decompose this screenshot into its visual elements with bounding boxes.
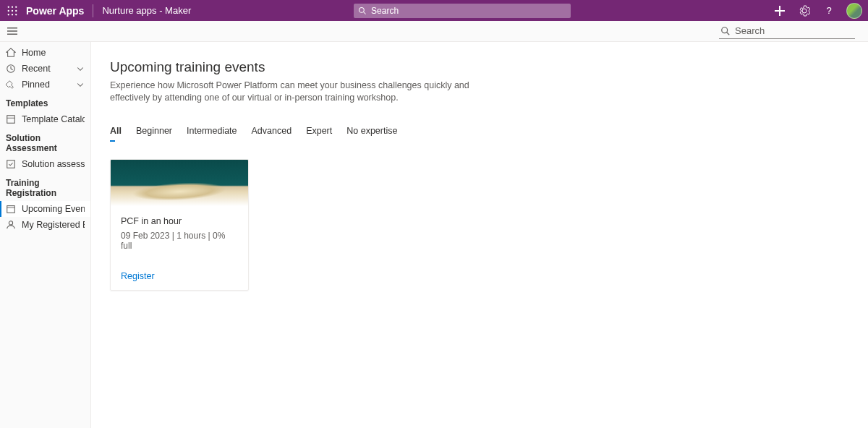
sidebar-item-home[interactable]: Home [0,45,90,61]
svg-rect-16 [7,34,17,35]
sidebar-item-label: Home [22,48,85,58]
sidebar-item-label: Pinned [22,80,76,90]
tab-no-expertise[interactable]: No expertise [346,126,397,140]
svg-point-8 [15,14,17,15]
sidebar-item-label: Upcoming Events [22,204,85,214]
event-card-meta: 09 Feb 2023 | 1 hours | 0% full [121,231,238,251]
svg-rect-14 [7,27,17,29]
sidebar-item-label: Solution assessment [22,159,85,169]
page-title: Upcoming training events [110,59,849,75]
svg-point-1 [12,6,13,7]
calendar-icon [6,204,16,214]
tab-intermediate[interactable]: Intermediate [187,126,237,140]
svg-text:?: ? [826,5,831,16]
pin-icon [6,80,16,90]
person-icon [6,220,16,230]
search-icon [720,26,731,36]
page-description: Experience how Microsoft Power Platform … [110,80,486,104]
settings-button[interactable] [793,0,816,21]
sub-header: Search [0,21,868,42]
svg-point-7 [12,14,13,15]
sidebar-item-my-registered[interactable]: My Registered Events [0,217,90,233]
waffle-icon[interactable] [0,0,25,21]
home-icon [6,48,16,58]
gear-icon [799,5,810,17]
add-button[interactable] [768,0,791,21]
sidebar-item-label: Recent [22,64,76,74]
svg-rect-20 [7,116,15,124]
sidebar-item-label: Template Catalog [22,114,85,124]
avatar[interactable] [846,3,862,19]
tab-advanced[interactable]: Advanced [252,126,292,140]
content-search-input[interactable]: Search [719,23,855,39]
tab-all[interactable]: All [110,126,122,140]
svg-point-17 [722,27,728,33]
sidebar-item-solution-assessment[interactable]: Solution assessment [0,156,90,172]
brand-label[interactable]: Power Apps [25,5,93,17]
event-card[interactable]: PCF in an hour 09 Feb 2023 | 1 hours | 0… [110,159,249,291]
content-search-placeholder: Search [735,25,765,36]
register-link[interactable]: Register [121,271,155,281]
svg-point-6 [8,14,9,15]
svg-point-2 [15,6,17,7]
svg-point-3 [8,9,9,11]
top-search-input[interactable]: Search [354,4,571,18]
sidebar-item-template-catalog[interactable]: Template Catalog [0,111,90,127]
sidebar-item-pinned[interactable]: Pinned [0,77,90,93]
top-header: Power Apps Nurture apps - Maker Search ? [0,0,868,21]
sidebar-item-label: My Registered Events [22,220,85,230]
sidebar: Home Recent Pinned Templates Template Ca… [0,42,91,428]
hamburger-button[interactable] [0,21,25,42]
sidebar-item-upcoming-events[interactable]: Upcoming Events [0,201,90,217]
svg-point-25 [9,221,12,225]
sidebar-section-training: Training Registration [0,172,90,201]
assessment-icon [6,159,16,169]
svg-rect-23 [7,206,15,213]
sidebar-section-templates: Templates [0,93,90,111]
svg-point-4 [12,9,13,11]
content-area: Upcoming training events Experience how … [91,42,868,428]
question-icon: ? [823,5,835,17]
tab-beginner[interactable]: Beginner [136,126,172,140]
app-name-label[interactable]: Nurture apps - Maker [93,5,200,16]
svg-point-0 [8,6,9,7]
sidebar-item-recent[interactable]: Recent [0,61,90,77]
chevron-down-icon [76,80,85,89]
event-card-image [111,160,248,206]
svg-line-10 [364,12,366,14]
event-card-title: PCF in an hour [121,216,238,226]
svg-rect-12 [775,10,785,12]
catalog-icon [6,114,16,124]
search-icon [358,7,367,15]
svg-point-9 [359,7,365,12]
svg-point-5 [15,9,17,11]
top-search-placeholder: Search [371,6,399,16]
chevron-down-icon [76,64,85,73]
sidebar-section-solution: Solution Assessment [0,127,90,156]
help-button[interactable]: ? [817,0,841,21]
tab-expert[interactable]: Expert [306,126,332,140]
svg-rect-15 [7,30,17,32]
svg-rect-22 [7,160,15,168]
svg-line-18 [727,32,730,35]
level-tabs: All Beginner Intermediate Advanced Exper… [110,126,849,140]
clock-icon [6,64,16,74]
